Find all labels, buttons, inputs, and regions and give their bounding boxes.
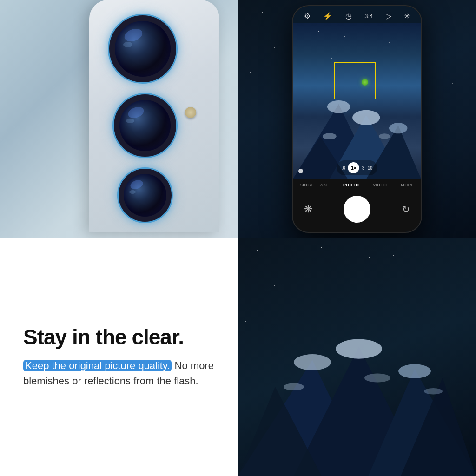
svg-point-6	[389, 123, 407, 133]
highlight-text: Keep the original picture quality.	[23, 360, 172, 371]
phone-screen: ⚙ ⚡ ◷ 3:4 ▷ ✳	[293, 6, 421, 232]
aspect-ratio-icon[interactable]: 3:4	[364, 13, 373, 20]
svg-point-5	[352, 110, 380, 125]
text-panel: Stay in the clear. Keep the original pic…	[0, 238, 238, 476]
camera-top-bar: ⚙ ⚡ ◷ 3:4 ▷ ✳	[293, 6, 421, 23]
shutter-button[interactable]	[344, 196, 370, 223]
flash-dot	[185, 107, 196, 118]
svg-point-17	[284, 383, 304, 390]
focus-dot	[362, 79, 368, 86]
svg-point-7	[323, 133, 337, 139]
lens-2	[112, 93, 178, 158]
svg-point-18	[364, 373, 390, 382]
zoom-3[interactable]: 3	[362, 165, 365, 171]
camera-controls-bar: ❋ ↻	[293, 191, 421, 232]
camera-mode-bar: SINGLE TAKE PHOTO VIDEO MORE	[293, 179, 421, 191]
mode-photo[interactable]: PHOTO	[343, 183, 359, 187]
frame-icon[interactable]: ▷	[386, 12, 391, 20]
camera-app-panel: ⚙ ⚡ ◷ 3:4 ▷ ✳	[238, 0, 476, 238]
svg-point-15	[336, 339, 382, 358]
body-text: Keep the original picture quality. No mo…	[23, 358, 219, 389]
svg-point-14	[294, 354, 331, 370]
svg-point-16	[398, 364, 431, 378]
zoom-controls: .6 1× 3 10	[337, 160, 377, 175]
svg-point-8	[379, 133, 390, 139]
lens-3	[117, 167, 173, 223]
svg-point-19	[424, 388, 443, 394]
lens-1	[108, 14, 178, 84]
rotate-icon: ↻	[402, 204, 410, 215]
mode-more[interactable]: MORE	[401, 183, 414, 187]
viewfinder-dot	[298, 169, 303, 173]
mountain-night-panel	[238, 238, 476, 476]
zoom-06[interactable]: .6	[341, 165, 345, 171]
mode-single-take[interactable]: SINGLE TAKE	[300, 183, 330, 187]
phone-device: ⚙ ⚡ ◷ 3:4 ▷ ✳	[292, 5, 422, 233]
settings-icon[interactable]: ⚙	[304, 12, 311, 20]
timer-icon[interactable]: ◷	[345, 12, 352, 20]
camera-module	[108, 14, 201, 223]
svg-point-4	[327, 100, 350, 113]
effects-button[interactable]: ❋	[300, 201, 317, 218]
snowflake-icon: ❋	[304, 203, 312, 215]
mode-video[interactable]: VIDEO	[373, 183, 387, 187]
flash-icon[interactable]: ⚡	[323, 12, 332, 20]
sparkle-icon[interactable]: ✳	[404, 12, 410, 20]
headline: Stay in the clear.	[23, 325, 219, 349]
camera-lens-panel	[0, 0, 238, 238]
mountain-landscape	[238, 333, 476, 476]
flip-camera-button[interactable]: ↻	[397, 201, 414, 218]
zoom-1x[interactable]: 1×	[348, 162, 359, 173]
zoom-10[interactable]: 10	[367, 165, 372, 171]
focus-box	[334, 62, 376, 99]
camera-viewfinder[interactable]: .6 1× 3 10	[293, 23, 421, 179]
